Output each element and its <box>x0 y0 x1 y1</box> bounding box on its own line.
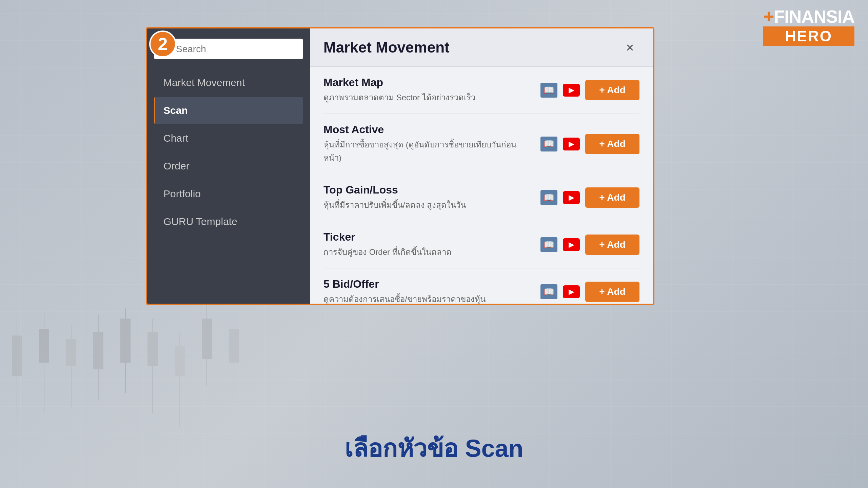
main-content: Market Movement × Market Map ดูภาพรวมตลา… <box>310 28 653 304</box>
modal-wrapper: 🔍 Market Movement Scan Chart Order Portf… <box>146 27 654 305</box>
youtube-icon-ticker[interactable]: ▶ <box>563 238 580 251</box>
svg-rect-5 <box>66 339 76 366</box>
youtube-icon-5-bid-offer[interactable]: ▶ <box>563 285 580 298</box>
youtube-icon-most-active[interactable]: ▶ <box>563 138 580 150</box>
item-title-ticker: Ticker <box>323 231 534 243</box>
svg-rect-11 <box>147 332 158 366</box>
item-row-most-active: Most Active หุ้นที่มีการซื้อขายสูงสุด (ด… <box>323 114 639 174</box>
item-actions-top-gain-loss: 📖 ▶ + Add <box>540 187 639 208</box>
item-desc-most-active: หุ้นที่มีการซื้อขายสูงสุด (ดูอันดับการซื… <box>323 138 534 164</box>
svg-rect-1 <box>12 336 22 376</box>
sidebar-item-scan[interactable]: Scan <box>154 97 303 124</box>
sidebar-item-market-movement[interactable]: Market Movement <box>154 69 303 96</box>
bottom-text: เลือกหัวข้อ Scan <box>344 429 523 468</box>
youtube-icon-market-map[interactable]: ▶ <box>563 84 580 97</box>
logo-finansia: +FINANSIA <box>763 7 854 26</box>
logo-plus: + <box>763 5 774 27</box>
items-list[interactable]: Market Map ดูภาพรวมตลาดตาม Sector ได้อย่… <box>310 67 653 304</box>
add-button-ticker[interactable]: + Add <box>585 235 639 255</box>
item-actions-5-bid-offer: 📖 ▶ + Add <box>540 282 639 302</box>
sidebar-item-order[interactable]: Order <box>154 153 303 179</box>
item-row-ticker: Ticker การจับคู่ของ Order ที่เกิดขึ้นในต… <box>323 221 639 268</box>
item-info-most-active: Most Active หุ้นที่มีการซื้อขายสูงสุด (ด… <box>323 123 534 164</box>
svg-rect-17 <box>229 329 239 363</box>
item-desc-5-bid-offer: ดูความต้องการเสนอซื้อ/ขายพร้อมราคาของหุ้… <box>323 292 534 304</box>
sidebar-item-portfolio[interactable]: Portfolio <box>154 181 303 207</box>
item-actions-market-map: 📖 ▶ + Add <box>540 80 639 100</box>
step-badge: 2 <box>149 30 176 58</box>
main-header: Market Movement × <box>310 28 653 67</box>
sidebar: 🔍 Market Movement Scan Chart Order Portf… <box>147 28 310 304</box>
book-icon-most-active[interactable]: 📖 <box>540 137 557 151</box>
logo-area: +FINANSIA HERO <box>763 7 854 46</box>
search-box[interactable]: 🔍 <box>154 39 303 59</box>
bg-candlestick <box>0 285 271 454</box>
item-row-top-gain-loss: Top Gain/Loss หุ้นที่มีราคาปรับเพิ่มขึ้น… <box>323 174 639 221</box>
svg-rect-13 <box>175 346 185 376</box>
item-title-5-bid-offer: 5 Bid/Offer <box>323 278 534 290</box>
item-actions-most-active: 📖 ▶ + Add <box>540 134 639 154</box>
sidebar-item-chart[interactable]: Chart <box>154 125 303 151</box>
add-button-5-bid-offer[interactable]: + Add <box>585 282 639 302</box>
svg-rect-9 <box>120 319 131 363</box>
modal-title: Market Movement <box>323 39 450 56</box>
book-icon-ticker[interactable]: 📖 <box>540 237 557 252</box>
item-info-5-bid-offer: 5 Bid/Offer ดูความต้องการเสนอซื้อ/ขายพร้… <box>323 278 534 304</box>
book-icon-market-map[interactable]: 📖 <box>540 83 557 98</box>
search-input[interactable] <box>176 44 297 55</box>
item-actions-ticker: 📖 ▶ + Add <box>540 235 639 255</box>
item-title-most-active: Most Active <box>323 123 534 136</box>
item-title-market-map: Market Map <box>323 76 534 89</box>
item-desc-ticker: การจับคู่ของ Order ที่เกิดขึ้นในตลาด <box>323 245 534 259</box>
item-row-5-bid-offer: 5 Bid/Offer ดูความต้องการเสนอซื้อ/ขายพร้… <box>323 268 639 304</box>
item-info-market-map: Market Map ดูภาพรวมตลาดตาม Sector ได้อย่… <box>323 76 534 104</box>
add-button-most-active[interactable]: + Add <box>585 134 639 154</box>
add-button-market-map[interactable]: + Add <box>585 80 639 100</box>
item-title-top-gain-loss: Top Gain/Loss <box>323 184 534 196</box>
book-icon-top-gain-loss[interactable]: 📖 <box>540 190 557 205</box>
item-info-ticker: Ticker การจับคู่ของ Order ที่เกิดขึ้นในต… <box>323 231 534 259</box>
item-row-market-map: Market Map ดูภาพรวมตลาดตาม Sector ได้อย่… <box>323 67 639 114</box>
item-desc-market-map: ดูภาพรวมตลาดตาม Sector ได้อย่างรวดเร็ว <box>323 91 534 104</box>
book-icon-5-bid-offer[interactable]: 📖 <box>540 284 557 299</box>
logo-hero: HERO <box>763 26 854 46</box>
item-desc-top-gain-loss: หุ้นที่มีราคาปรับเพิ่มขึ้น/ลดลง สูงสุดใน… <box>323 198 534 211</box>
sidebar-item-guru-template[interactable]: GURU Template <box>154 208 303 235</box>
svg-rect-15 <box>202 319 212 359</box>
svg-rect-7 <box>93 332 103 369</box>
svg-rect-3 <box>39 329 49 363</box>
add-button-top-gain-loss[interactable]: + Add <box>585 187 639 208</box>
close-button[interactable]: × <box>620 38 639 57</box>
youtube-icon-top-gain-loss[interactable]: ▶ <box>563 191 580 204</box>
item-info-top-gain-loss: Top Gain/Loss หุ้นที่มีราคาปรับเพิ่มขึ้น… <box>323 184 534 211</box>
